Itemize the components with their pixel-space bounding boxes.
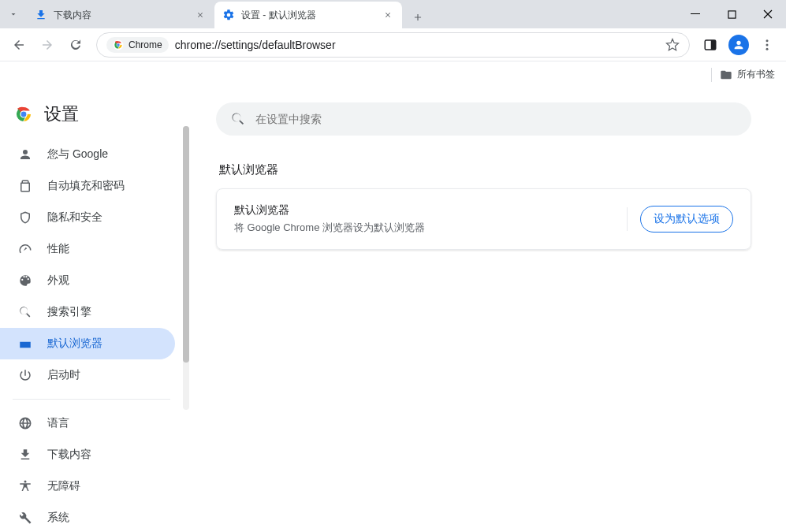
main-panel: 默认浏览器 默认浏览器 将 Google Chrome 浏览器设为默认浏览器 设… [189, 88, 786, 532]
forward-button[interactable] [35, 32, 60, 58]
sidebar-item-label: 隐私和安全 [47, 210, 102, 225]
sidebar-list: 您与 Google 自动填充和密码 隐私和安全 性能 外观 搜索引擎 默认浏览器… [0, 136, 183, 532]
browser-icon [18, 337, 32, 351]
sidebar-item-label: 无障碍 [47, 479, 80, 493]
sidebar-item-on-startup[interactable]: 启动时 [0, 359, 175, 391]
close-icon [196, 11, 204, 19]
tab-title: 下载内容 [54, 9, 188, 22]
chrome-logo-icon [113, 39, 124, 50]
sidebar-item-privacy[interactable]: 隐私和安全 [0, 202, 175, 233]
sidebar-scrollbar[interactable] [183, 126, 189, 410]
svg-rect-6 [711, 40, 716, 50]
search-icon [230, 111, 246, 127]
sidebar-item-label: 系统 [47, 511, 69, 525]
download-icon [18, 448, 32, 462]
sidebar-item-search-engine[interactable]: 搜索引擎 [0, 296, 175, 328]
sidebar-item-appearance[interactable]: 外观 [0, 265, 175, 296]
sidebar-item-label: 自动填充和密码 [47, 179, 125, 193]
clipboard-icon [18, 179, 32, 193]
sidebar-item-label: 您与 Google [47, 147, 108, 162]
tab-strip: 下载内容 设置 - 默认浏览器 [0, 0, 786, 28]
reload-button[interactable] [63, 32, 88, 58]
power-icon [18, 368, 32, 382]
sidebar-item-performance[interactable]: 性能 [0, 233, 175, 265]
svg-point-8 [766, 43, 769, 46]
wrench-icon [18, 511, 32, 525]
window-minimize-button[interactable] [677, 0, 713, 28]
card-text: 默认浏览器 将 Google Chrome 浏览器设为默认浏览器 [234, 203, 425, 235]
sidebar-item-languages[interactable]: 语言 [0, 407, 175, 439]
shield-icon [18, 210, 32, 225]
minimize-icon [691, 9, 700, 19]
sidebar-item-label: 下载内容 [47, 448, 91, 462]
profile-button[interactable] [726, 32, 751, 58]
person-icon [18, 147, 32, 162]
maximize-icon [728, 10, 736, 19]
sidebar-item-default-browser[interactable]: 默认浏览器 [0, 328, 175, 359]
back-button[interactable] [6, 32, 32, 58]
star-icon [665, 38, 680, 52]
accessibility-icon [18, 479, 32, 493]
divider [711, 68, 712, 82]
tab-close-button[interactable] [194, 9, 207, 21]
sidebar-item-label: 默认浏览器 [47, 337, 102, 351]
card-title: 默认浏览器 [234, 203, 425, 218]
speedometer-icon [18, 242, 32, 256]
search-icon [18, 305, 32, 319]
settings-search-input[interactable] [255, 113, 737, 125]
menu-button[interactable] [754, 32, 780, 58]
close-icon [763, 9, 773, 19]
default-browser-card: 默认浏览器 将 Google Chrome 浏览器设为默认浏览器 设为默认选项 [216, 188, 751, 250]
sidebar-item-label: 启动时 [47, 368, 80, 382]
side-panel-button[interactable] [698, 32, 723, 58]
svg-point-7 [766, 39, 769, 42]
window-controls [677, 0, 786, 28]
sidebar-item-label: 语言 [47, 416, 69, 430]
palette-icon [18, 273, 32, 288]
card-subtitle: 将 Google Chrome 浏览器设为默认浏览器 [234, 221, 425, 235]
tab-settings[interactable]: 设置 - 默认浏览器 [214, 2, 402, 28]
arrow-left-icon [12, 38, 26, 52]
omnibox[interactable]: Chrome chrome://settings/defaultBrowser [96, 32, 690, 58]
sidebar-item-label: 搜索引擎 [47, 305, 91, 319]
gear-icon [222, 9, 235, 21]
all-bookmarks-label: 所有书签 [737, 68, 775, 81]
sidebar-item-label: 外观 [47, 273, 69, 288]
site-chip[interactable]: Chrome [106, 37, 169, 53]
sidebar-item-accessibility[interactable]: 无障碍 [0, 471, 175, 502]
svg-rect-0 [691, 13, 700, 14]
all-bookmarks-button[interactable]: 所有书签 [720, 68, 775, 81]
sidebar-item-autofill[interactable]: 自动填充和密码 [0, 170, 175, 202]
kebab-icon [760, 38, 774, 52]
plus-icon [412, 12, 423, 23]
tab-search-button[interactable] [0, 0, 27, 28]
scrollbar-thumb[interactable] [183, 126, 189, 363]
globe-icon [18, 416, 32, 430]
bookmarks-bar: 所有书签 [0, 61, 786, 88]
divider [13, 399, 170, 400]
toolbar: Chrome chrome://settings/defaultBrowser [0, 28, 786, 61]
download-icon [35, 9, 47, 21]
chrome-logo-icon [14, 105, 33, 124]
sidebar-item-downloads[interactable]: 下载内容 [0, 439, 175, 471]
window-close-button[interactable] [750, 0, 786, 28]
close-icon [384, 11, 392, 19]
svg-rect-1 [728, 10, 735, 17]
tab-close-button[interactable] [382, 9, 394, 21]
settings-search[interactable] [216, 102, 751, 136]
divider [627, 207, 628, 231]
make-default-button[interactable]: 设为默认选项 [640, 206, 733, 233]
folder-icon [720, 69, 732, 81]
sidebar-item-you-and-google[interactable]: 您与 Google [0, 139, 175, 170]
sidebar-item-label: 性能 [47, 242, 69, 256]
bookmark-star-button[interactable] [665, 38, 680, 52]
new-tab-button[interactable] [407, 6, 429, 28]
sidebar-item-system[interactable]: 系统 [0, 502, 175, 532]
panel-icon [703, 38, 717, 52]
section-title: 默认浏览器 [219, 162, 751, 177]
avatar-icon [728, 35, 749, 55]
tab-downloads[interactable]: 下载内容 [27, 2, 214, 28]
sidebar-title: 设置 [44, 102, 79, 126]
window-maximize-button[interactable] [713, 0, 750, 28]
url-text: chrome://settings/defaultBrowser [175, 39, 336, 51]
